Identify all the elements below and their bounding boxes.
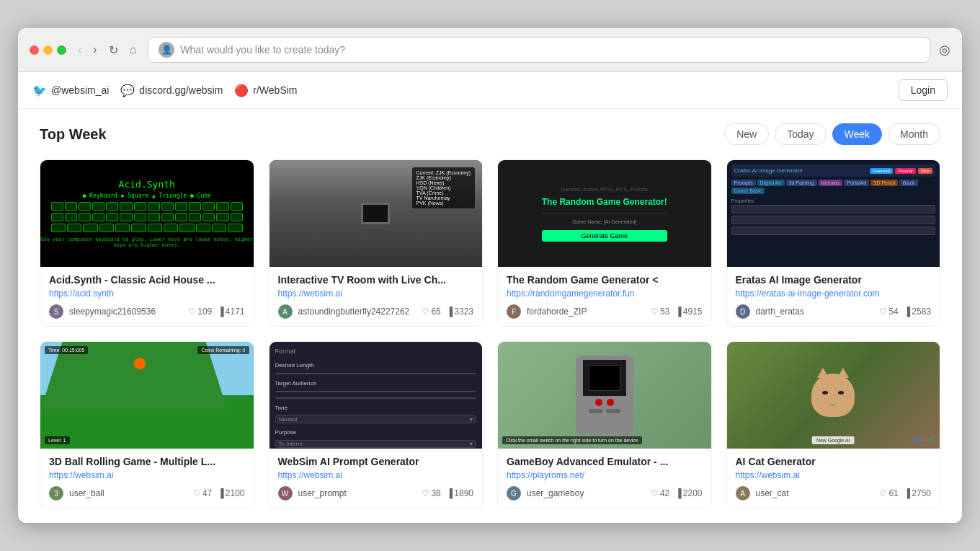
card-url[interactable]: https://eratas-ai-image-generator.com (736, 288, 932, 299)
prompt-field1 (275, 373, 477, 374)
prompt-tone-label: Tone (275, 405, 477, 411)
views-stat: ▐ 2200 (675, 488, 702, 498)
card-url[interactable]: https://playroms.net/ (507, 470, 703, 480)
discord-link[interactable]: 💬 discord.gg/websim (120, 84, 223, 97)
random-center: Genres: Action RPG, RTS, Puzzle The Rand… (542, 186, 667, 242)
gameboy-screen (583, 360, 626, 396)
random-divider (542, 213, 667, 213)
cat-mouth (829, 402, 837, 406)
card-url[interactable]: https://websim.ai (278, 288, 474, 299)
acid-keys-row1 (51, 202, 243, 211)
eratas-input3 (731, 226, 936, 235)
cat-face (811, 374, 855, 417)
card-url[interactable]: https://websim.ai (49, 470, 245, 480)
eratas-inputs: Properties (731, 198, 936, 235)
card-stats: ♡ 61 ▐ 2750 (879, 488, 931, 498)
twitter-icon: 🐦 (32, 84, 47, 97)
reload-button[interactable]: ↻ (106, 42, 121, 58)
card-prompt-generator[interactable]: Format Desired Length Target Audience To… (269, 341, 484, 508)
card-eratas-ai[interactable]: Crafos AI Image Generator Featured Popul… (726, 159, 941, 327)
views-stat: ▐ 1890 (447, 488, 473, 498)
card-tv-room[interactable]: Current: ZJK (Economy) ZJK (Economy) HSD… (269, 159, 484, 327)
address-bar[interactable]: 👤 What would you like to create today? (148, 37, 930, 63)
eratas-btn-new: New (918, 168, 932, 174)
card-title: Eratas AI Image Generator (736, 274, 932, 286)
gameboy-status: Click the small switch on the right side… (502, 436, 642, 444)
card-gameboy[interactable]: Click the small switch on the right side… (497, 341, 712, 508)
card-thumb-eratas: Crafos AI Image Generator Featured Popul… (727, 160, 940, 267)
likes-stat: ♡ 47 (193, 488, 212, 498)
cat-figure (811, 374, 855, 417)
card-meta: A astoundingbutterfly24227262 ♡ 65 ▐ 332… (278, 304, 474, 319)
filter-week[interactable]: Week (832, 123, 883, 145)
forward-button[interactable]: › (90, 42, 99, 58)
card-ball-rolling[interactable]: Time: 00:15:005 Coins Remaining: 0 Level… (40, 341, 254, 508)
prompt-purpose-arrow: ▾ (470, 441, 473, 447)
browser-settings-icon[interactable]: ◎ (939, 42, 950, 58)
tv-screen (361, 203, 390, 224)
prompt-header-text: Format (275, 348, 477, 355)
acid-keys-row2 (51, 213, 243, 221)
ball-timer: Time: 00:15:005 (45, 346, 88, 354)
eratas-nav: Crafos AI Image Generator Featured Popul… (734, 167, 933, 174)
card-title: AI Cat Generator (736, 456, 932, 467)
maximize-button[interactable] (57, 45, 66, 55)
discord-label: discord.gg/websim (139, 84, 223, 96)
avatar: G (507, 486, 521, 501)
reddit-link[interactable]: 🔴 r/WebSim (234, 84, 297, 97)
acid-title-text: Acid.Synth (119, 179, 175, 190)
card-title: Acid.Synth - Classic Acid House ... (49, 274, 245, 286)
prompt-tone-value: Neutral (279, 416, 298, 423)
card-url[interactable]: https://acid.synth (49, 288, 245, 299)
views-stat: ▐ 2750 (904, 488, 931, 498)
minimize-button[interactable] (43, 45, 53, 55)
likes-stat: ♡ 38 (422, 488, 440, 498)
filter-new[interactable]: New (724, 123, 769, 145)
card-thumb-tv: Current: ZJK (Economy) ZJK (Economy) HSD… (270, 160, 483, 267)
card-url[interactable]: https://websim.ai (278, 470, 474, 480)
username: user_cat (756, 488, 874, 498)
twitter-label: @websim_ai (51, 84, 109, 96)
cat-ear-right (837, 368, 849, 378)
username: user_gameboy (527, 488, 645, 498)
login-button[interactable]: Login (899, 79, 948, 101)
prompt-desired-label: Desired Length (275, 362, 477, 369)
nav-buttons: ‹ › ↻ ⌂ (75, 42, 139, 58)
card-title: WebSim AI Prompt Generator (278, 456, 474, 467)
avatar: A (278, 304, 293, 319)
ball-level: Level: 1 (45, 436, 70, 444)
card-info: Interactive TV Room with Live Ch... http… (270, 267, 483, 326)
back-button[interactable]: ‹ (75, 42, 84, 58)
cat-eye-right (838, 391, 844, 394)
close-button[interactable] (30, 45, 39, 55)
ball-sphere (134, 358, 146, 369)
gameboy-btn-b (607, 399, 614, 406)
card-ai-cat[interactable]: webSim New Google AI AI Cat Generator ht… (726, 341, 941, 508)
prompt-field2 (275, 391, 477, 392)
card-meta: 3 user_ball ♡ 47 ▐ 2100 (49, 486, 245, 501)
main-content: Top Week New Today Week Month Acid.Synth… (18, 109, 962, 523)
card-url[interactable]: https://websim.ai (736, 470, 932, 480)
twitter-link[interactable]: 🐦 @websim_ai (32, 84, 109, 97)
card-random-game[interactable]: Genres: Action RPG, RTS, Puzzle The Rand… (497, 159, 712, 327)
random-generate-btn: Generate Game (542, 230, 667, 242)
filter-month[interactable]: Month (888, 123, 940, 145)
username: user_prompt (298, 488, 416, 498)
acid-keys-row3 (51, 224, 243, 232)
eratas-btn-popular: Popular (895, 168, 916, 174)
card-thumb-acid: Acid.Synth ● Keyboard ◆ Square ▲ Triangl… (40, 160, 254, 267)
acid-nav: ● Keyboard ◆ Square ▲ Triangle ● Cube (83, 193, 211, 199)
card-url[interactable]: https://randomgamegenerator.fun (507, 288, 703, 299)
card-info: Acid.Synth - Classic Acid House ... http… (40, 267, 254, 326)
card-stats: ♡ 42 ▐ 2200 (651, 488, 703, 498)
views-stat: ▐ 2583 (904, 307, 931, 317)
title-bar: ‹ › ↻ ⌂ 👤 What would you like to create … (18, 28, 962, 72)
likes-stat: ♡ 61 (879, 488, 898, 498)
prompt-tone-arrow: ▾ (470, 416, 473, 423)
filter-today[interactable]: Today (775, 123, 826, 145)
acid-footer: Use your computer keyboard to play. Lowe… (40, 237, 254, 248)
card-acid-synth[interactable]: Acid.Synth ● Keyboard ◆ Square ▲ Triangl… (40, 159, 254, 327)
eratas-title-text: Crafos AI Image Generator (734, 167, 803, 174)
gameboy-bottom-btns (589, 409, 620, 413)
home-button[interactable]: ⌂ (127, 42, 140, 58)
